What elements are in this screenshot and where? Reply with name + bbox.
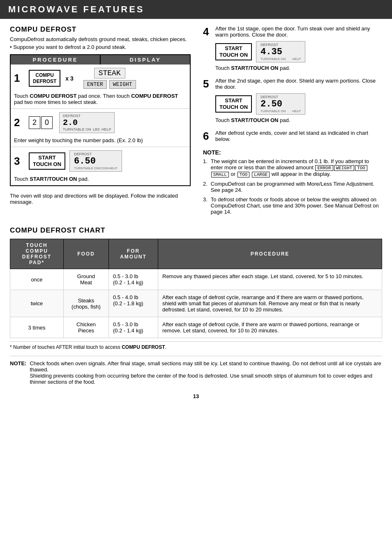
step2-display: DEFROST 2.0 TURNTABLE ON LBS HELP: [59, 112, 115, 133]
x3-label: x 3: [65, 75, 73, 82]
chart-header-food: FOOD: [64, 239, 109, 269]
step5-display: DEFROST 2.50 TURNTABLE ON HELP: [256, 93, 305, 115]
chart-cell-amount-3: 0.5 - 3.0 lb(0.2 - 1.4 kg): [109, 317, 158, 338]
bottom-note-label: NOTE:: [10, 360, 26, 385]
chart-row-twice: twice Steaks(chops, fish) 0.5 - 4.0 lb(0…: [10, 290, 382, 317]
touch-on-label: TOUCH ON: [219, 52, 248, 58]
procedure-header: PROCEDURE: [11, 55, 101, 65]
weight-btn-display: WEIGHT: [109, 80, 136, 89]
chart-header-pad: TOUCHCOMPU DEFROSTPAD*: [10, 239, 64, 269]
step-3-number: 3: [14, 155, 25, 168]
start-label: START: [219, 45, 248, 52]
step6-text: After defrost cycle ends, cover and let …: [215, 130, 382, 142]
chart-row-once: once GroundMeat 0.5 - 3.0 lb(0.2 - 1.4 k…: [10, 269, 382, 290]
step-6-container: 6 After defrost cycle ends, cover and le…: [203, 130, 382, 143]
step3-note: The oven will stop and directions will b…: [10, 191, 191, 205]
compu-defrost-bullet: • Suppose you want to defrost a 2.0 poun…: [10, 44, 191, 50]
chart-header-amount: FORAMOUNT: [109, 239, 158, 269]
header-title: MICROWAVE FEATURES: [8, 4, 145, 14]
step-5-number: 5: [203, 78, 212, 90]
step3-start-touch-btn[interactable]: START TOUCH ON: [29, 152, 65, 169]
note-item-1: 1. The weight can be entered in incremen…: [203, 158, 382, 177]
chart-cell-food-1: GroundMeat: [64, 269, 109, 290]
steak-display-value: STEAK: [94, 68, 125, 78]
chart-cell-procedure-3: After each stage of defrost cycle, if th…: [158, 317, 382, 338]
step-4-number: 4: [203, 25, 212, 38]
chart-cell-food-3: ChickenPieces: [64, 317, 109, 338]
step4-start-touch-btn[interactable]: START TOUCH ON: [215, 43, 252, 60]
step5-intro: After the 2nd stage, open the door. Shie…: [215, 78, 382, 90]
proc-display-table: PROCEDURE DISPLAY 1 COMP: [10, 54, 191, 186]
step2-instruction: Enter weight by touching the number pads…: [14, 137, 187, 143]
step-3-row: 3 START TOUCH ON DEFROST 6.50: [14, 150, 187, 172]
bottom-note-text: Check foods when oven signals. After fin…: [30, 360, 382, 385]
step3-display: DEFROST 6.50 TURNTABLE ON COOK HELP: [69, 150, 122, 172]
chart-footnote: * Number of touches AFTER initial touch …: [10, 341, 382, 350]
step-1-number: 1: [14, 72, 25, 85]
step4-display: DEFROST 4.35 TURNTABLE ON HELP: [256, 41, 305, 62]
compu-defrost-pad[interactable]: COMPU DEFROST: [29, 70, 60, 87]
chart-cell-pad-3times: 3 times: [10, 317, 64, 338]
bottom-note: NOTE: Check foods when oven signals. Aft…: [10, 356, 382, 385]
chart-cell-amount-2: 0.5 - 4.0 lb(0.2 - 1.8 kg): [109, 290, 158, 317]
enter-btn-display: ENTER: [83, 80, 107, 89]
touch-on-label: TOUCH ON: [33, 161, 61, 168]
step-1-row: 1 COMPU DEFROST x 3: [14, 68, 187, 89]
step-2-number: 2: [14, 116, 25, 129]
touch-on-label: TOUCH ON: [219, 104, 248, 111]
step1-instruction: Touch COMPU DEFROST pad once. Then touch…: [14, 93, 187, 105]
chart-table: TOUCHCOMPU DEFROSTPAD* FOOD FORAMOUNT PR…: [10, 239, 382, 338]
chart-row-3times: 3 times ChickenPieces 0.5 - 3.0 lb(0.2 -…: [10, 317, 382, 338]
lbs-label: LBS: [93, 127, 100, 131]
note-item-2: 2. CompuDefrost can be programmed with M…: [203, 181, 382, 193]
step-4-container: 4 After the 1st stage, open the door. Tu…: [203, 25, 382, 71]
chart-cell-amount-1: 0.5 - 3.0 lb(0.2 - 1.4 kg): [109, 269, 158, 290]
step1-display: STEAK ENTER WEIGHT: [83, 68, 136, 89]
step5-start-touch-btn[interactable]: START TOUCH ON: [215, 95, 252, 112]
step-2-row: 2 2 0 DEFROST 2: [14, 112, 187, 133]
display-header: DISPLAY: [101, 55, 190, 65]
note-item-3: 3. To defrost other foods or foods above…: [203, 196, 382, 215]
step3-instruction: Touch START/TOUCH ON pad.: [14, 176, 187, 182]
chart-header-procedure: PROCEDURE: [158, 239, 382, 269]
digit-2[interactable]: 2: [29, 116, 40, 129]
chart-cell-procedure-2: After each stage of defrost cycle, rearr…: [158, 290, 382, 317]
chart-cell-pad-once: once: [10, 269, 64, 290]
start-label: START: [33, 154, 61, 161]
chart-cell-food-2: Steaks(chops, fish): [64, 290, 109, 317]
page-number: 13: [10, 393, 382, 399]
step4-instruction: Touch START/TOUCH ON pad.: [215, 65, 382, 71]
digit-0[interactable]: 0: [41, 116, 53, 129]
start-label: START: [219, 97, 248, 104]
help-label: HELP: [101, 127, 111, 131]
chart-cell-procedure-1: Remove any thawed pieces after each stag…: [158, 269, 382, 290]
note-section: NOTE: 1. The weight can be entered in in…: [203, 149, 382, 215]
turntable-label: TURNTABLE ON: [63, 127, 91, 131]
step5-instruction: Touch START/TOUCH ON pad.: [215, 117, 382, 123]
note-list: 1. The weight can be entered in incremen…: [203, 158, 382, 215]
step-6-number: 6: [203, 130, 212, 143]
compu-defrost-intro: CompuDefrost automatically defrosts grou…: [10, 36, 191, 42]
chart-title: COMPU DEFROST CHART: [10, 226, 382, 235]
page-header: MICROWAVE FEATURES: [0, 0, 392, 19]
compu-defrost-section-title: COMPU DEFROST: [10, 25, 191, 34]
chart-section: COMPU DEFROST CHART TOUCHCOMPU DEFROSTPA…: [10, 226, 382, 350]
step4-intro: After the 1st stage, open the door. Turn…: [215, 25, 382, 38]
step-5-container: 5 After the 2nd stage, open the door. Sh…: [203, 78, 382, 123]
chart-cell-pad-twice: twice: [10, 290, 64, 317]
note-title: NOTE:: [203, 149, 382, 156]
